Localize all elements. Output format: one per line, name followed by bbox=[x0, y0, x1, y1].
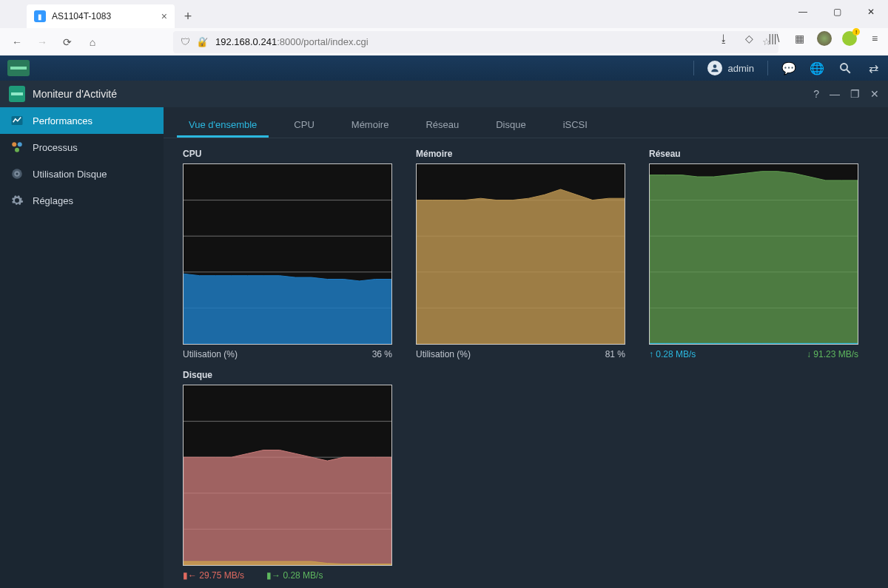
tabs: Vue d'ensemble CPU Mémoire Réseau Disque… bbox=[164, 110, 888, 138]
tab-network[interactable]: Réseau bbox=[414, 119, 471, 138]
footer-value: 81 % bbox=[605, 349, 625, 359]
tab-title: AS1104T-1083 bbox=[52, 11, 111, 21]
tab-iscsi[interactable]: iSCSI bbox=[551, 119, 599, 138]
svg-point-1 bbox=[841, 64, 847, 70]
chart-icon bbox=[10, 114, 24, 127]
disk-icon bbox=[10, 167, 24, 180]
chat-icon[interactable]: 💬 bbox=[781, 61, 796, 75]
nav-reload[interactable]: ⟳ bbox=[56, 31, 78, 53]
search-icon[interactable] bbox=[838, 61, 852, 75]
maximize-icon[interactable]: ❐ bbox=[850, 88, 860, 100]
window-maximize[interactable]: ▢ bbox=[820, 0, 854, 24]
sidebar-label: Utilisation Disque bbox=[33, 169, 107, 180]
svg-point-0 bbox=[713, 64, 716, 68]
disk-write: ▮→ 0.28 MB/s bbox=[266, 570, 323, 581]
sidebar-item-reglages[interactable]: Réglages bbox=[0, 187, 164, 214]
tab-close-icon[interactable]: × bbox=[161, 10, 167, 22]
lock-strike-icon: 🔒̸ bbox=[196, 36, 208, 47]
grid-icon[interactable]: ▦ bbox=[792, 31, 807, 46]
username: admin bbox=[728, 63, 754, 74]
svg-point-5 bbox=[18, 142, 22, 146]
activity-monitor-icon bbox=[9, 86, 25, 102]
nav-back[interactable]: ← bbox=[6, 31, 28, 53]
sidebar-label: Processus bbox=[33, 142, 78, 153]
tab-memory[interactable]: Mémoire bbox=[340, 119, 401, 138]
svg-point-4 bbox=[12, 142, 16, 146]
sidebar: Performances Processus Utilisation Disqu… bbox=[0, 107, 164, 588]
panel-cpu: CPU Utilisation (%) 36 % bbox=[183, 149, 392, 359]
window-header: Moniteur d'Activité ? — ❐ ✕ bbox=[0, 81, 888, 107]
tab-cpu[interactable]: CPU bbox=[282, 119, 326, 138]
chart-memory[interactable] bbox=[416, 163, 625, 345]
tab-overview[interactable]: Vue d'ensemble bbox=[177, 119, 269, 138]
sidebar-item-disque[interactable]: Utilisation Disque bbox=[0, 160, 164, 187]
window-close[interactable]: ✕ bbox=[854, 0, 888, 24]
panel-title: Réseau bbox=[649, 149, 858, 159]
chart-disk[interactable] bbox=[183, 385, 392, 566]
svg-point-6 bbox=[15, 148, 19, 152]
svg-line-2 bbox=[847, 70, 850, 73]
window-title: Moniteur d'Activité bbox=[33, 88, 117, 100]
network-up: ↑ 0.28 MB/s bbox=[649, 349, 696, 359]
nav-forward: → bbox=[31, 31, 53, 53]
sidebar-label: Réglages bbox=[33, 195, 73, 206]
help-icon[interactable]: ? bbox=[813, 88, 819, 100]
library-icon[interactable]: |||\ bbox=[767, 31, 781, 46]
user-menu[interactable]: admin bbox=[707, 61, 754, 75]
network-down: ↓ 91.23 MB/s bbox=[807, 349, 858, 359]
svg-point-9 bbox=[16, 173, 18, 175]
url-bar[interactable]: 🛡 🔒̸ 192.168.0.241:8000/portal/index.cgi… bbox=[173, 31, 778, 53]
panel-memory: Mémoire Utilisation (%) 81 % bbox=[416, 149, 625, 359]
process-icon bbox=[10, 141, 24, 154]
preferences-icon[interactable]: ⇄ bbox=[866, 61, 881, 75]
download-icon[interactable]: ⭳ bbox=[716, 31, 731, 46]
url-path: :8000/portal/index.cgi bbox=[277, 36, 369, 47]
browser-tab[interactable]: ▮ AS1104T-1083 × bbox=[27, 4, 175, 28]
panel-network: Réseau ↑ 0.28 MB/s ↓ 91.23 MB/s bbox=[649, 149, 858, 359]
browser-chrome: — ▢ ✕ ▮ AS1104T-1083 × + ← → ⟳ ⌂ 🛡 🔒̸ 19… bbox=[0, 0, 888, 55]
pocket-icon[interactable]: ◇ bbox=[741, 31, 756, 46]
tab-disk[interactable]: Disque bbox=[484, 119, 537, 138]
globe-icon[interactable]: 🌐 bbox=[810, 61, 824, 75]
panel-title: Disque bbox=[183, 370, 392, 380]
app-topbar: admin 💬 🌐 ⇄ bbox=[0, 55, 888, 81]
panel-disk: Disque ▮← 29.75 MB/s ▮→ 0.28 MB/s bbox=[183, 370, 392, 581]
nav-home[interactable]: ⌂ bbox=[81, 31, 104, 53]
footer-label: Utilisation (%) bbox=[183, 349, 238, 359]
sidebar-item-processus[interactable]: Processus bbox=[0, 134, 164, 160]
panel-title: CPU bbox=[183, 149, 392, 159]
sidebar-item-performances[interactable]: Performances bbox=[0, 107, 164, 134]
close-icon[interactable]: ✕ bbox=[870, 88, 879, 100]
shield-icon: 🛡 bbox=[181, 36, 190, 47]
footer-label: Utilisation (%) bbox=[416, 349, 471, 359]
extensions-icon[interactable] bbox=[842, 31, 857, 46]
new-tab-button[interactable]: + bbox=[178, 6, 198, 27]
footer-value: 36 % bbox=[372, 349, 392, 359]
sidebar-label: Performances bbox=[33, 115, 92, 126]
window-minimize[interactable]: — bbox=[786, 0, 820, 24]
profile-avatar-icon[interactable] bbox=[817, 31, 832, 46]
favicon-icon: ▮ bbox=[34, 10, 46, 22]
url-host: 192.168.0.241 bbox=[215, 36, 277, 47]
gear-icon bbox=[10, 194, 24, 207]
user-avatar-icon bbox=[707, 61, 722, 75]
menu-icon[interactable]: ≡ bbox=[867, 31, 882, 46]
panel-title: Mémoire bbox=[416, 149, 625, 159]
chart-network[interactable] bbox=[649, 163, 858, 345]
chart-cpu[interactable] bbox=[183, 163, 392, 345]
disk-read: ▮← 29.75 MB/s bbox=[183, 570, 244, 581]
app-logo-icon[interactable] bbox=[7, 60, 30, 76]
minimize-icon[interactable]: — bbox=[830, 88, 840, 100]
